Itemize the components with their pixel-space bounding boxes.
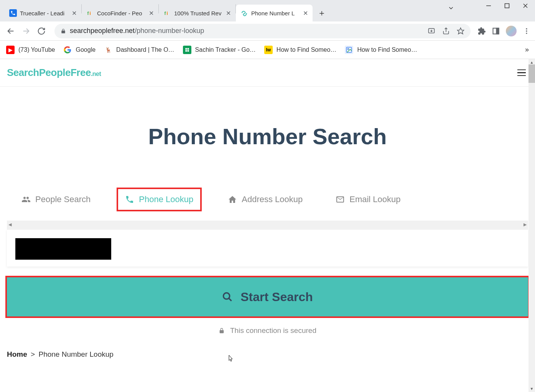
tab-label: Address Lookup bbox=[242, 194, 303, 204]
svg-point-26 bbox=[224, 293, 230, 299]
bookmarks-bar: ▶ (73) YouTube Google 🦌 Dashboard | The … bbox=[0, 41, 535, 59]
fi-icon: fi bbox=[86, 9, 94, 17]
url-text: searchpeoplefree.net/phone-number-lookup bbox=[70, 27, 204, 35]
install-app-icon[interactable] bbox=[428, 27, 435, 35]
deer-icon: 🦌 bbox=[104, 46, 112, 54]
lw-icon: lw bbox=[264, 46, 273, 54]
browser-tab-active[interactable]: Phone Number L ✕ bbox=[236, 5, 313, 21]
page-title: Phone Number Search bbox=[0, 124, 535, 149]
star-icon[interactable] bbox=[457, 27, 464, 35]
close-icon[interactable]: ✕ bbox=[72, 10, 77, 17]
kebab-menu-icon[interactable] bbox=[523, 27, 530, 35]
bookmarks-overflow-icon[interactable]: » bbox=[525, 46, 529, 54]
site-header: SearchPeopleFree.net bbox=[0, 59, 535, 87]
bookmark-item[interactable]: 🦌 Dashboard | The O… bbox=[104, 46, 174, 54]
tab-email-lookup[interactable]: Email Lookup bbox=[329, 189, 407, 210]
svg-rect-5 bbox=[505, 4, 509, 8]
searchpeoplefree-icon bbox=[240, 9, 248, 17]
start-search-button[interactable]: Start Search bbox=[7, 277, 528, 316]
back-button[interactable] bbox=[5, 25, 17, 37]
sidepanel-icon[interactable] bbox=[492, 27, 500, 35]
bookmark-item[interactable]: lw How to Find Someo… bbox=[264, 46, 337, 54]
browser-toolbar: searchpeoplefree.net/phone-number-lookup bbox=[0, 21, 535, 41]
forward-button[interactable] bbox=[20, 25, 32, 37]
address-bar[interactable]: searchpeoplefree.net/phone-number-lookup bbox=[54, 24, 471, 38]
tab-title: CocoFinder - Peo bbox=[97, 10, 146, 16]
close-icon[interactable]: ✕ bbox=[149, 10, 154, 17]
close-icon[interactable]: ✕ bbox=[303, 10, 308, 17]
tab-title: Phone Number L bbox=[251, 10, 300, 16]
fi-icon: fi bbox=[163, 9, 171, 17]
minimize-button[interactable] bbox=[486, 3, 495, 8]
bookmark-label: Google bbox=[76, 46, 95, 53]
vertical-scrollbar[interactable]: ▲ ▼ bbox=[528, 59, 535, 392]
search-icon bbox=[222, 292, 233, 302]
tab-people-search[interactable]: People Search bbox=[15, 189, 97, 210]
scrollbar-thumb[interactable] bbox=[528, 64, 535, 83]
horizontal-scroll-track[interactable]: ◀ ▶ bbox=[7, 221, 528, 230]
scroll-right-arrow[interactable]: ▶ bbox=[523, 222, 527, 227]
scroll-down-arrow[interactable]: ▼ bbox=[528, 385, 535, 392]
close-window-button[interactable] bbox=[523, 3, 532, 8]
breadcrumb: Home > Phone Number Lookup bbox=[7, 350, 535, 359]
bookmark-label: How to Find Someo… bbox=[357, 46, 417, 53]
tab-label: People Search bbox=[35, 194, 91, 204]
breadcrumb-current: Phone Number Lookup bbox=[38, 350, 113, 358]
hamburger-menu-icon[interactable] bbox=[516, 68, 527, 78]
reload-button[interactable] bbox=[35, 25, 48, 37]
bookmark-label: Dashboard | The O… bbox=[116, 46, 174, 53]
bookmark-item[interactable]: ▶ (73) YouTube bbox=[6, 46, 55, 54]
breadcrumb-separator: > bbox=[31, 350, 35, 358]
bookmark-item[interactable]: Google bbox=[63, 46, 95, 54]
tab-label: Phone Lookup bbox=[139, 194, 193, 204]
svg-rect-22 bbox=[185, 50, 187, 51]
browser-tab[interactable]: Truecaller - Leadi ✕ bbox=[5, 5, 81, 21]
tab-title: Truecaller - Leadi bbox=[20, 10, 69, 16]
new-tab-button[interactable]: ＋ bbox=[315, 6, 329, 20]
svg-point-25 bbox=[348, 48, 349, 49]
phone-number-input[interactable] bbox=[7, 230, 528, 267]
people-icon bbox=[21, 195, 31, 204]
tab-address-lookup[interactable]: Address Lookup bbox=[221, 189, 309, 210]
lock-icon bbox=[61, 28, 66, 34]
phone-icon bbox=[9, 9, 17, 17]
extensions-icon[interactable] bbox=[477, 27, 486, 35]
google-icon bbox=[63, 46, 72, 54]
svg-line-27 bbox=[229, 298, 232, 301]
close-icon[interactable]: ✕ bbox=[226, 10, 231, 17]
image-icon bbox=[345, 46, 353, 54]
search-type-tabs: People Search Phone Lookup Address Looku… bbox=[15, 188, 535, 211]
page-content: SearchPeopleFree.net Phone Number Search… bbox=[0, 59, 535, 392]
tab-title: 100% Trusted Rev bbox=[174, 10, 223, 16]
browser-tab[interactable]: fi 100% Trusted Rev ✕ bbox=[159, 5, 235, 21]
share-icon[interactable] bbox=[442, 27, 450, 35]
bookmark-label: (73) YouTube bbox=[18, 46, 55, 53]
svg-text:i: i bbox=[167, 11, 168, 16]
bookmark-item[interactable]: How to Find Someo… bbox=[345, 46, 417, 54]
home-icon bbox=[228, 195, 237, 204]
breadcrumb-home[interactable]: Home bbox=[7, 350, 27, 358]
svg-marker-13 bbox=[458, 28, 464, 34]
secured-text: This connection is secured bbox=[230, 326, 316, 335]
svg-rect-20 bbox=[185, 48, 187, 49]
svg-text:f: f bbox=[165, 11, 166, 16]
redacted-input-value bbox=[15, 238, 111, 260]
svg-text:f: f bbox=[87, 11, 89, 16]
tab-phone-lookup[interactable]: Phone Lookup bbox=[117, 188, 202, 211]
svg-point-17 bbox=[526, 28, 527, 29]
svg-point-18 bbox=[526, 30, 527, 31]
svg-rect-16 bbox=[497, 28, 499, 34]
bookmark-item[interactable]: Sachin Tracker - Go… bbox=[183, 46, 256, 54]
youtube-icon: ▶ bbox=[6, 46, 15, 54]
scroll-left-arrow[interactable]: ◀ bbox=[8, 222, 12, 227]
button-label: Start Search bbox=[240, 290, 313, 304]
lock-icon bbox=[219, 328, 225, 334]
browser-tab[interactable]: fi CocoFinder - Peo ✕ bbox=[82, 5, 158, 21]
start-search-highlight: Start Search bbox=[5, 276, 530, 318]
site-logo[interactable]: SearchPeopleFree.net bbox=[7, 67, 101, 79]
chevron-down-icon[interactable] bbox=[448, 5, 454, 12]
maximize-button[interactable] bbox=[504, 3, 514, 8]
window-controls bbox=[486, 3, 532, 8]
sheets-icon bbox=[183, 46, 191, 54]
profile-avatar[interactable] bbox=[506, 26, 517, 36]
